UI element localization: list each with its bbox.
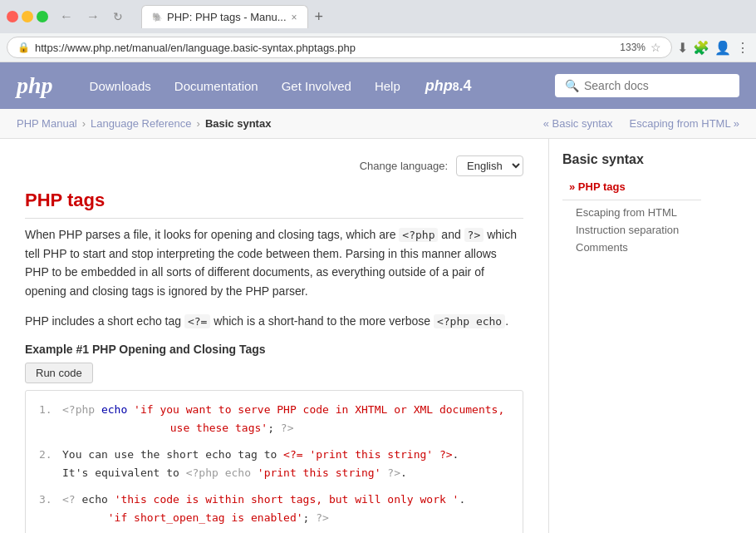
page-title: PHP tags — [25, 190, 523, 219]
code-content-3b: 'if short_open_tag is enabled'; ?> — [62, 509, 509, 527]
new-tab-button[interactable]: + — [315, 8, 324, 26]
short-echo-2: <?= 'print this string' ?> — [283, 448, 453, 461]
content-paragraph-2: PHP includes a short echo tag <?= which … — [25, 312, 523, 331]
line-num-3: 3. — [39, 491, 52, 509]
tab-bar: 🐘 PHP: PHP tags - Manu... × + — [135, 5, 749, 28]
code-line-2b: It's equivalent to <?php echo 'print thi… — [39, 464, 509, 482]
nav-documentation[interactable]: Documentation — [163, 79, 270, 93]
change-language: Change language: English — [25, 155, 523, 176]
bookmark-icon[interactable]: ☆ — [650, 41, 661, 54]
tab-title: PHP: PHP tags - Manu... — [167, 11, 287, 23]
breadcrumb: PHP Manual › Language Reference › Basic … — [0, 109, 756, 139]
profile-icon[interactable]: 👤 — [714, 40, 731, 56]
php-nav: php Downloads Documentation Get Involved… — [0, 62, 756, 109]
close-tag-1: ?> — [281, 422, 294, 434]
address-bar[interactable]: 🔒 https://www.php.net/manual/en/language… — [7, 37, 672, 58]
tab-close-button[interactable]: × — [292, 12, 297, 23]
text-2: You can use the short echo tag to — [62, 448, 283, 461]
back-button[interactable]: ← — [55, 7, 78, 26]
code-line-2: 2. You can use the short echo tag to <?=… — [39, 446, 509, 464]
string-1: 'if you want to serve PHP code in XHTML … — [134, 403, 504, 416]
breadcrumb-next[interactable]: Escaping from HTML » — [630, 117, 739, 130]
php-version-badge: php8.4 — [425, 77, 472, 95]
breadcrumb-prev[interactable]: « Basic syntax — [543, 117, 613, 130]
breadcrumb-language-reference[interactable]: Language Reference — [91, 117, 191, 130]
change-language-label: Change language: — [360, 160, 448, 172]
sidebar-item-comments[interactable]: Comments — [562, 239, 701, 256]
browser-toolbar-icons: ⬇ 🧩 👤 ⋮ — [677, 40, 749, 56]
sidebar-item-instruction[interactable]: Instruction separation — [562, 221, 701, 239]
nav-help[interactable]: Help — [363, 79, 412, 93]
tab-favicon: 🐘 — [152, 12, 162, 22]
nav-links: Downloads Documentation Get Involved Hel… — [78, 79, 412, 93]
menu-icon[interactable]: ⋮ — [736, 40, 749, 56]
search-box[interactable]: 🔍 — [555, 74, 739, 97]
extensions-icon[interactable]: 🧩 — [693, 40, 709, 56]
code-spacer-1 — [39, 437, 509, 446]
sidebar-title: Basic syntax — [562, 152, 701, 167]
line-num-3b — [39, 509, 52, 527]
code-content-3: <? echo 'this code is within short tags,… — [62, 491, 509, 509]
language-select[interactable]: English — [456, 155, 523, 176]
code-block: 1. <?php echo 'if you want to serve PHP … — [25, 390, 523, 533]
code-content-2b: It's equivalent to <?php echo 'print thi… — [62, 464, 509, 482]
zoom-indicator: 133% — [620, 42, 646, 53]
sidebar-item-php-tags[interactable]: PHP tags — [562, 177, 701, 196]
content-paragraph-1: When PHP parses a file, it looks for ope… — [25, 225, 523, 300]
maximize-button[interactable] — [37, 11, 48, 22]
line-num-2: 2. — [39, 446, 52, 464]
code-line-1b: use these tags'; ?> — [39, 419, 509, 437]
downloads-icon[interactable]: ⬇ — [677, 40, 688, 56]
code-content-1: <?php echo 'if you want to serve PHP cod… — [62, 401, 509, 419]
code-line-1: 1. <?php echo 'if you want to serve PHP … — [39, 401, 509, 419]
breadcrumb-sep-2: › — [197, 117, 200, 130]
line-num-1: 1. — [39, 401, 52, 419]
example-title: Example #1 PHP Opening and Closing Tags — [25, 343, 523, 356]
string-1b: use these tags' — [86, 422, 268, 434]
main-layout: Change language: English PHP tags When P… — [0, 139, 756, 533]
code-content-2: You can use the short echo tag to <?= 'p… — [62, 446, 509, 464]
sidebar-divider — [562, 200, 701, 200]
nav-downloads[interactable]: Downloads — [78, 79, 163, 93]
run-code-button[interactable]: Run code — [25, 363, 93, 383]
content-area: Change language: English PHP tags When P… — [0, 139, 548, 533]
sidebar-item-escaping[interactable]: Escaping from HTML — [562, 204, 701, 221]
code-line-3b: 'if short_open_tag is enabled'; ?> — [39, 509, 509, 527]
short-tag-3: <? — [62, 493, 76, 506]
active-tab[interactable]: 🐘 PHP: PHP tags - Manu... × — [141, 5, 308, 28]
code-line-3: 3. <? echo 'this code is within short ta… — [39, 491, 509, 509]
browser-nav: ← → ↻ — [55, 7, 128, 26]
search-icon: 🔍 — [565, 79, 579, 92]
breadcrumb-php-manual[interactable]: PHP Manual — [17, 117, 77, 130]
line-num-1b — [39, 419, 52, 437]
echo-keyword: echo — [101, 403, 127, 416]
breadcrumb-current: Basic syntax — [205, 117, 272, 130]
sidebar: Basic syntax PHP tags Escaping from HTML… — [548, 139, 714, 533]
refresh-button[interactable]: ↻ — [108, 8, 128, 25]
php-open-tag: <?php — [62, 403, 95, 416]
breadcrumb-sep-1: › — [82, 117, 86, 130]
code-content-1b: use these tags'; ?> — [86, 419, 509, 437]
close-button[interactable] — [7, 11, 18, 22]
nav-get-involved[interactable]: Get Involved — [270, 79, 363, 93]
forward-button[interactable]: → — [81, 7, 105, 26]
code-spacer-2 — [39, 482, 509, 491]
browser-top-bar: ← → ↻ 🐘 PHP: PHP tags - Manu... × + — [0, 0, 756, 33]
search-input[interactable] — [584, 79, 729, 92]
browser-chrome: ← → ↻ 🐘 PHP: PHP tags - Manu... × + 🔒 ht… — [0, 0, 756, 62]
text-2b: It's equivalent to — [62, 466, 186, 479]
url-display: https://www.php.net/manual/en/language.b… — [35, 42, 615, 54]
browser-controls — [7, 11, 48, 22]
address-bar-row: 🔒 https://www.php.net/manual/en/language… — [0, 33, 756, 62]
php-echo-2b: <?php echo — [186, 466, 258, 479]
breadcrumb-right: « Basic syntax Escaping from HTML » — [543, 117, 739, 130]
breadcrumb-left: PHP Manual › Language Reference › Basic … — [17, 117, 271, 130]
line-num-2b — [39, 464, 52, 482]
php-logo: php — [17, 72, 53, 99]
minimize-button[interactable] — [22, 11, 33, 22]
semicolon-1: ; — [268, 422, 281, 434]
lock-icon: 🔒 — [17, 42, 30, 53]
